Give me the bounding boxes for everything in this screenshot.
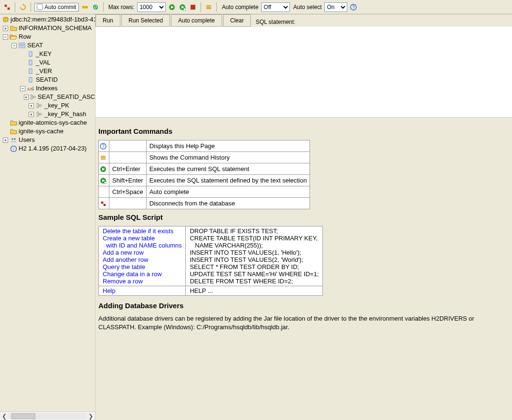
sample-links-cell: Delete the table if it existsCreate a ne… bbox=[99, 226, 186, 286]
svg-rect-21 bbox=[29, 60, 32, 65]
tree-node-label: INFORMATION_SCHEMA bbox=[19, 24, 92, 32]
tree-node[interactable]: _KEY bbox=[1, 50, 95, 58]
tree-node[interactable]: +INFORMATION_SCHEMA bbox=[1, 24, 95, 32]
sample-link[interactable]: Create a new table bbox=[103, 235, 181, 242]
commands-table: ?Displays this Help PageShows the Comman… bbox=[98, 140, 310, 209]
tree-node[interactable]: −SEAT bbox=[1, 41, 95, 50]
scroll-thumb[interactable] bbox=[11, 413, 35, 419]
tree-node-label: H2 1.4.195 (2017-04-23) bbox=[19, 144, 86, 153]
run-selected-icon[interactable] bbox=[178, 3, 187, 11]
sample-link[interactable]: Change data in a row bbox=[103, 270, 181, 278]
run-button[interactable]: Run bbox=[96, 14, 120, 27]
sample-link[interactable]: Add another row bbox=[103, 256, 181, 263]
sample-link[interactable]: Remove a row bbox=[103, 278, 181, 285]
tree-expander[interactable]: + bbox=[29, 112, 34, 117]
disconnect-icon[interactable] bbox=[3, 3, 11, 11]
commands-row: Shift+EnterExecutes the SQL statement de… bbox=[99, 175, 310, 186]
sample-link[interactable]: Add a new row bbox=[103, 249, 181, 256]
command-description: Auto complete bbox=[146, 186, 310, 198]
tree-expander[interactable]: − bbox=[20, 86, 25, 91]
table-icon bbox=[18, 42, 26, 49]
tree-node[interactable]: iH2 1.4.195 (2017-04-23) bbox=[1, 144, 95, 153]
tree-expander[interactable]: + bbox=[24, 95, 28, 100]
auto-commit-checkbox[interactable]: Auto commit bbox=[34, 3, 79, 11]
svg-text:z: z bbox=[30, 86, 32, 91]
max-rows-select[interactable]: 10100100010000100000All bbox=[137, 2, 166, 12]
commit-icon[interactable] bbox=[81, 3, 89, 11]
run-selected-button[interactable]: Run Selected bbox=[121, 14, 170, 27]
index-icon bbox=[30, 94, 36, 100]
sample-sql-line: DELETE FROM TEST WHERE ID=2; bbox=[190, 278, 319, 285]
users-icon bbox=[10, 137, 17, 143]
tree-node[interactable]: ignite-atomics-sys-cache bbox=[1, 118, 95, 127]
auto-select-select[interactable]: OnOff bbox=[324, 2, 347, 12]
sample-link[interactable]: Query the table bbox=[103, 263, 181, 270]
commands-row: Disconnects from the database bbox=[99, 198, 310, 209]
sample-help-link[interactable]: Help bbox=[103, 287, 181, 294]
svg-point-14 bbox=[3, 20, 8, 22]
auto-commit-input[interactable] bbox=[37, 4, 43, 10]
tree-node[interactable]: ignite-sys-cache bbox=[1, 127, 95, 136]
db-tree: jdbc:h2:mem:2f9483df-1bd3-410+INFORMATIO… bbox=[0, 14, 95, 411]
tree-expander[interactable]: + bbox=[3, 138, 8, 143]
sidebar: jdbc:h2:mem:2f9483df-1bd3-410+INFORMATIO… bbox=[0, 14, 96, 420]
svg-rect-5 bbox=[183, 8, 186, 11]
sample-help-sql: HELP ... bbox=[186, 286, 323, 296]
column-icon bbox=[27, 76, 34, 83]
help-pane: Important Commands ?Displays this Help P… bbox=[96, 118, 512, 420]
scroll-right-icon[interactable]: ❯ bbox=[88, 413, 93, 420]
command-description: Displays this Help Page bbox=[146, 140, 310, 152]
refresh-icon[interactable] bbox=[19, 3, 27, 11]
tree-expander[interactable]: − bbox=[3, 34, 8, 40]
svg-text:a: a bbox=[27, 86, 30, 91]
tree-node-label: _key_PK_hash bbox=[44, 110, 86, 118]
sample-link[interactable]: with ID and NAME columns bbox=[103, 242, 181, 249]
sample-sql-line: CREATE TABLE TEST(ID INT PRIMARY KEY, bbox=[190, 235, 319, 242]
tree-expander[interactable]: − bbox=[11, 43, 17, 48]
sample-sql-line: UPDATE TEST SET NAME='Hi' WHERE ID=1; bbox=[190, 270, 319, 278]
svg-text:?: ? bbox=[102, 144, 105, 149]
db-url-label: jdbc:h2:mem:2f9483df-1bd3-410 bbox=[11, 15, 95, 24]
sample-link[interactable]: Delete the table if it exists bbox=[103, 227, 181, 235]
scroll-left-icon[interactable]: ❮ bbox=[2, 413, 7, 420]
sidebar-scrollbar[interactable]: ❮ ❯ bbox=[0, 411, 95, 420]
auto-complete-select[interactable]: OffNormalFull bbox=[261, 2, 290, 12]
svg-rect-47 bbox=[101, 156, 106, 157]
auto-complete-button[interactable]: Auto complete bbox=[171, 14, 222, 27]
clear-button[interactable]: Clear bbox=[223, 14, 251, 27]
drivers-paragraph: Additional database drivers can be regis… bbox=[98, 314, 509, 331]
folder-icon bbox=[10, 128, 17, 135]
auto-commit-label: Auto commit bbox=[44, 4, 76, 11]
tree-node[interactable]: −Row bbox=[1, 32, 95, 41]
help-icon[interactable]: ? bbox=[349, 3, 358, 11]
tree-node[interactable]: _VER bbox=[1, 67, 95, 75]
max-rows-label: Max rows: bbox=[108, 4, 135, 11]
tree-node-label: Users bbox=[19, 136, 35, 144]
tree-node[interactable]: +_key_PK bbox=[1, 101, 95, 110]
command-shortcut: Ctrl+Space bbox=[109, 186, 147, 198]
tree-db-url[interactable]: jdbc:h2:mem:2f9483df-1bd3-410 bbox=[1, 15, 95, 24]
tree-node[interactable]: _VAL bbox=[1, 58, 95, 67]
history-icon[interactable] bbox=[204, 3, 213, 11]
svg-rect-22 bbox=[29, 69, 32, 74]
tree-expander[interactable]: + bbox=[29, 103, 34, 108]
tree-node-label: SEAT_SEATID_ASC bbox=[38, 93, 95, 101]
sql-input[interactable] bbox=[96, 27, 512, 118]
tree-node[interactable]: −azIndexes bbox=[1, 84, 95, 93]
tree-node-label: _KEY bbox=[36, 50, 52, 58]
scroll-track[interactable] bbox=[9, 413, 86, 419]
svg-rect-48 bbox=[101, 157, 106, 158]
stop-icon[interactable] bbox=[189, 3, 197, 11]
rollback-icon[interactable] bbox=[91, 3, 100, 11]
tree-expander[interactable]: + bbox=[3, 26, 8, 31]
important-commands-heading: Important Commands bbox=[98, 127, 509, 135]
top-toolbar: Auto commit Max rows: 101001000100001000… bbox=[0, 0, 512, 14]
tree-node[interactable]: +Users bbox=[1, 136, 95, 144]
tree-node-label: SEAT bbox=[27, 41, 43, 50]
tree-node[interactable]: +_key_PK_hash bbox=[1, 110, 95, 118]
tree-node[interactable]: SEATID bbox=[1, 75, 95, 84]
run-icon[interactable] bbox=[168, 3, 176, 11]
auto-select-label: Auto select bbox=[293, 4, 321, 11]
tree-node[interactable]: +SEAT_SEATID_ASC bbox=[1, 93, 95, 101]
sample-sql-heading: Sample SQL Script bbox=[98, 213, 509, 221]
